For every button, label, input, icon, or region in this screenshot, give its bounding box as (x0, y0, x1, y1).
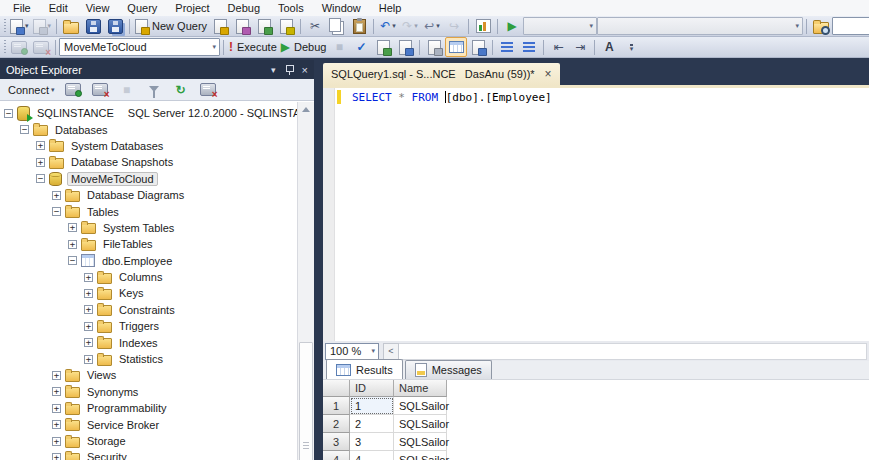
add-item-button[interactable]: ▾ (31, 17, 54, 35)
new-query-button[interactable]: New Query (133, 17, 209, 35)
expand-icon[interactable]: + (84, 355, 93, 364)
results-to-text-button[interactable] (423, 38, 445, 56)
tree-node-database-snapshots[interactable]: +Database Snapshots (0, 154, 298, 170)
tree-node-security[interactable]: +Security (0, 449, 298, 460)
tree-node-views[interactable]: +Views (0, 367, 298, 383)
tab-results[interactable]: Results (326, 359, 403, 379)
toolbar-combobox-2[interactable]: ▾ (597, 17, 803, 35)
open-file-button[interactable] (60, 17, 82, 35)
new-dmx-query-button[interactable] (253, 17, 275, 35)
search-combobox[interactable]: ▾ (832, 17, 869, 35)
collapse-icon[interactable]: − (52, 207, 61, 216)
menu-tools[interactable]: Tools (269, 1, 313, 15)
expand-icon[interactable]: + (52, 420, 61, 429)
increase-indent-button[interactable]: ⇥ (569, 38, 591, 56)
menu-file[interactable]: File (4, 1, 40, 15)
menu-debug[interactable]: Debug (219, 1, 269, 15)
grid-cell-name[interactable]: SQLSailor (394, 397, 447, 415)
menu-edit[interactable]: Edit (40, 1, 77, 15)
uncomment-selection-button[interactable] (518, 38, 540, 56)
menu-query[interactable]: Query (118, 1, 166, 15)
menu-help[interactable]: Help (370, 1, 411, 15)
paste-button[interactable] (348, 17, 370, 35)
toolbar-combobox-1[interactable]: ▾ (523, 17, 597, 35)
save-all-button[interactable] (104, 17, 126, 35)
new-project-button[interactable]: ▾ (8, 17, 31, 35)
copy-button[interactable] (326, 17, 348, 35)
grid-cell-id[interactable]: 3 (350, 433, 394, 451)
expand-icon[interactable]: + (36, 141, 45, 150)
results-to-file-button[interactable] (467, 38, 489, 56)
row-header[interactable]: 1 (323, 397, 350, 415)
expand-icon[interactable]: + (36, 158, 45, 167)
tree-node-filetables[interactable]: +FileTables (0, 236, 298, 252)
tree-node-keys[interactable]: +Keys (0, 285, 298, 301)
expand-icon[interactable]: + (52, 387, 61, 396)
connect-database-button[interactable] (8, 38, 30, 56)
refresh-button[interactable]: ↻ (170, 81, 192, 99)
menu-project[interactable]: Project (166, 1, 218, 15)
start-button[interactable]: ▶ (501, 17, 523, 35)
expand-icon[interactable]: + (84, 322, 93, 331)
display-estimated-plan-button[interactable] (372, 38, 394, 56)
tree-node-storage[interactable]: +Storage (0, 433, 298, 449)
expand-icon[interactable]: + (52, 371, 61, 380)
grid-cell-name[interactable]: SQLSailor (394, 415, 447, 433)
expand-icon[interactable]: + (52, 404, 61, 413)
tree-node-tables[interactable]: −Tables (0, 203, 298, 219)
chevron-down-icon[interactable]: ▾ (587, 22, 597, 30)
results-to-grid-button[interactable] (445, 37, 467, 57)
tree-node-dbo-employee[interactable]: −dbo.Employee (0, 253, 298, 269)
horizontal-scrollbar[interactable] (399, 343, 867, 360)
tree-node-synonyms[interactable]: +Synonyms (0, 384, 298, 400)
stop-button[interactable]: ■ (116, 81, 138, 99)
grid-column-header-id[interactable]: ID (350, 380, 394, 397)
document-tab[interactable]: SQLQuery1.sql - S...NCE DasAnu (59))* × (323, 63, 560, 85)
change-connection-button[interactable] (30, 38, 52, 56)
activity-monitor-button[interactable] (472, 17, 494, 35)
stop-button[interactable]: ■ (328, 38, 350, 56)
find-in-files-button[interactable] (810, 17, 832, 35)
expand-icon[interactable]: + (52, 453, 61, 460)
tree-node-system-databases[interactable]: +System Databases (0, 138, 298, 154)
row-header[interactable]: 3 (323, 433, 350, 451)
collapse-icon[interactable]: − (68, 256, 77, 265)
zoom-combobox[interactable]: 100 % ▾ (325, 343, 379, 360)
menu-view[interactable]: View (77, 1, 119, 15)
template-parameters-button[interactable]: A (598, 38, 620, 56)
parse-button[interactable]: ✓ (350, 38, 372, 56)
expand-icon[interactable]: + (84, 289, 93, 298)
vertical-scrollbar[interactable] (297, 102, 314, 460)
hscroll-left-icon[interactable]: < (383, 343, 399, 360)
grid-cell-name[interactable]: SQLSailor (394, 433, 447, 451)
error-logs-button[interactable] (197, 81, 219, 99)
tree-node-sqlinstance[interactable]: −SQLINSTANCESQL Server 12.0.2000 - SQLIN… (0, 105, 298, 121)
decrease-indent-button[interactable]: ⇤ (547, 38, 569, 56)
close-icon[interactable]: × (302, 64, 308, 76)
grid-cell-id[interactable]: 1 (350, 397, 394, 415)
comment-selection-button[interactable] (496, 38, 518, 56)
scroll-up-icon[interactable] (298, 102, 314, 117)
execute-button[interactable]: !Execute (227, 38, 279, 56)
tree-node-service-broker[interactable]: +Service Broker (0, 416, 298, 432)
new-database-engine-query-button[interactable] (209, 17, 231, 35)
connect-button[interactable] (62, 81, 84, 99)
tree-node-constraints[interactable]: +Constraints (0, 302, 298, 318)
tree-node-triggers[interactable]: +Triggers (0, 318, 298, 334)
toolbar-grip[interactable] (4, 19, 6, 33)
tree-node-columns[interactable]: +Columns (0, 269, 298, 285)
menu-window[interactable]: Window (313, 1, 370, 15)
query-editor[interactable]: SELECT * FROM [dbo].[Employee] (323, 88, 869, 341)
collapse-icon[interactable]: − (4, 109, 13, 118)
window-position-icon[interactable]: ▾ (271, 65, 276, 75)
tree-node-movemetocloud[interactable]: −MoveMeToCloud (0, 171, 298, 187)
collapse-icon[interactable]: − (20, 125, 29, 134)
redo-button[interactable]: ↷▾ (399, 17, 421, 35)
tab-close-icon[interactable]: × (545, 69, 552, 79)
tree-node-statistics[interactable]: +Statistics (0, 351, 298, 367)
query-options-button[interactable] (394, 38, 416, 56)
scrollbar-thumb[interactable] (299, 342, 313, 460)
navigate-backward-button[interactable]: ↩▾ (421, 17, 443, 35)
tree-node-databases[interactable]: −Databases (0, 121, 298, 137)
navigate-forward-button[interactable]: ↪ (443, 17, 465, 35)
